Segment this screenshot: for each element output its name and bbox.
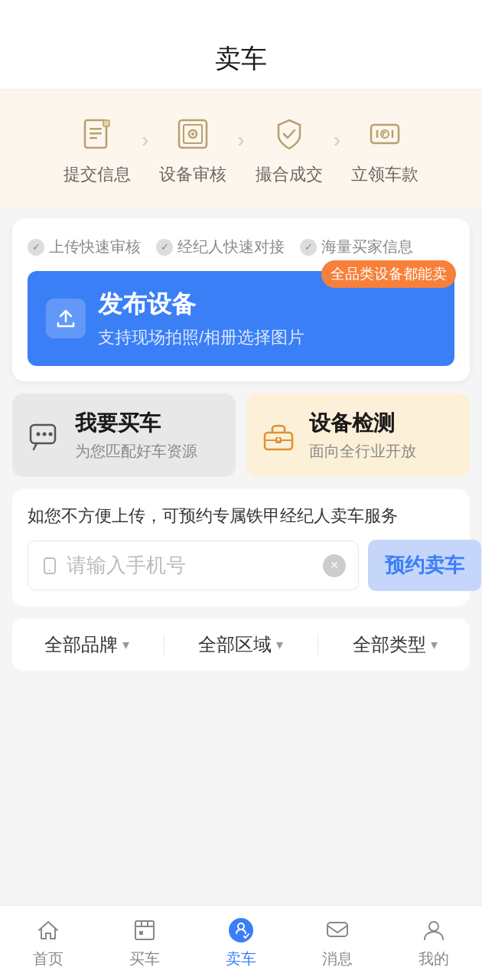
publish-subtitle: 支持现场拍照/相册选择图片 (98, 326, 305, 349)
nav-message[interactable]: 消息 (289, 906, 386, 980)
brand-filter-label: 全部品牌 (44, 632, 118, 657)
check-icon-1: ✓ (28, 239, 44, 256)
buy-icon (131, 916, 158, 944)
publish-badge: 全品类设备都能卖 (321, 260, 456, 288)
feature-tag-2: ✓ 经纪人快速对接 (156, 237, 285, 257)
buy-car-card[interactable]: 我要买车 为您匹配好车资源 (12, 394, 236, 477)
arrow-2: › (237, 128, 244, 171)
svg-rect-9 (371, 125, 399, 143)
publish-text: 发布设备 支持现场拍照/相册选择图片 (98, 288, 305, 349)
check-icon-3: ✓ (300, 239, 317, 256)
svg-rect-29 (327, 923, 347, 936)
detect-text: 设备检测 面向全行业开放 (309, 409, 416, 462)
home-icon (34, 916, 62, 944)
phone-input[interactable] (67, 554, 315, 577)
svg-rect-26 (139, 931, 143, 935)
document-icon (76, 113, 119, 155)
filter-row: 全部品牌 ▾ 全部区域 ▾ 全部类型 ▾ (12, 619, 470, 671)
step-3-label: 撮合成交 (256, 163, 323, 186)
main-card: ✓ 上传快速审核 ✓ 经纪人快速对接 ✓ 海量买家信息 全品类设备都能卖 发布设… (12, 218, 470, 381)
nav-home[interactable]: 首页 (0, 906, 96, 980)
phone-input-row: × 预约卖车 (28, 540, 454, 591)
svg-point-10 (381, 130, 389, 138)
buy-car-title: 我要买车 (75, 409, 197, 438)
nav-profile[interactable]: 我的 (386, 906, 482, 980)
action-row: 我要买车 为您匹配好车资源 设备检测 面向全行业开放 (12, 394, 470, 477)
svg-point-30 (429, 922, 438, 931)
empty-content-area (0, 671, 482, 905)
detect-title: 设备检测 (309, 409, 416, 438)
brand-chevron-icon: ▾ (122, 636, 129, 653)
filter-divider-2 (318, 634, 318, 655)
phone-hint: 如您不方便上传，可预约专属铁甲经纪人卖车服务 (28, 505, 454, 528)
nav-message-label: 消息 (322, 949, 353, 969)
step-2: 设备审核 (159, 113, 226, 186)
feature-tag-1: ✓ 上传快速审核 (28, 237, 141, 257)
svg-rect-4 (103, 120, 109, 126)
step-1: 提交信息 (64, 113, 131, 186)
steps-section: 提交信息 › 设备审核 › 撮合成交 › (0, 90, 482, 206)
detect-subtitle: 面向全行业开放 (309, 441, 416, 462)
upload-icon (46, 299, 86, 338)
step-4: 立领车款 (351, 113, 418, 186)
svg-rect-1 (90, 128, 102, 130)
nav-sell-label: 卖车 (226, 949, 256, 969)
arrow-3: › (334, 128, 340, 171)
bottom-navigation: 首页 买车 卖车 (0, 905, 482, 980)
type-filter[interactable]: 全部类型 ▾ (353, 632, 438, 657)
nav-profile-label: 我的 (418, 949, 449, 969)
step-1-label: 提交信息 (64, 163, 131, 186)
message-icon (324, 916, 351, 944)
reserve-button[interactable]: 预约卖车 (368, 540, 481, 591)
toolbox-icon (259, 416, 298, 456)
detect-card[interactable]: 设备检测 面向全行业开放 (246, 394, 470, 477)
buy-car-subtitle: 为您匹配好车资源 (75, 441, 197, 462)
deal-icon (268, 113, 311, 155)
svg-rect-2 (90, 132, 102, 135)
arrow-1: › (142, 128, 148, 171)
nav-buy-label: 买车 (129, 949, 160, 969)
clear-button[interactable]: × (323, 554, 346, 577)
publish-button[interactable]: 全品类设备都能卖 发布设备 支持现场拍照/相册选择图片 (28, 271, 454, 366)
svg-point-21 (49, 570, 50, 571)
step-4-label: 立领车款 (351, 163, 418, 186)
svg-point-8 (191, 132, 194, 136)
svg-point-28 (238, 923, 244, 929)
step-2-label: 设备审核 (159, 163, 226, 186)
status-bar (0, 0, 482, 34)
check-icon-2: ✓ (156, 239, 173, 256)
phone-icon (41, 557, 59, 575)
svg-rect-3 (90, 137, 97, 139)
page-header: 卖车 (0, 34, 482, 90)
money-icon (363, 113, 406, 155)
svg-point-14 (49, 432, 53, 436)
phone-section: 如您不方便上传，可预约专属铁甲经纪人卖车服务 × 预约卖车 (12, 489, 470, 606)
filter-divider-1 (164, 634, 164, 655)
feature-tags: ✓ 上传快速审核 ✓ 经纪人快速对接 ✓ 海量买家信息 (28, 237, 454, 257)
feature-tag-3: ✓ 海量买家信息 (300, 237, 413, 257)
svg-rect-22 (135, 921, 154, 939)
nav-home-label: 首页 (33, 949, 64, 969)
phone-input-wrap: × (28, 541, 359, 590)
page-title: 卖车 (215, 44, 267, 73)
sell-icon (227, 916, 255, 944)
svg-point-12 (37, 432, 41, 436)
profile-icon (420, 916, 448, 944)
type-chevron-icon: ▾ (431, 636, 438, 653)
svg-point-13 (43, 432, 47, 436)
step-3: 撮合成交 (256, 113, 323, 186)
region-chevron-icon: ▾ (276, 636, 283, 653)
brand-filter[interactable]: 全部品牌 ▾ (44, 632, 129, 657)
inspect-icon (171, 113, 214, 155)
region-filter-label: 全部区域 (198, 632, 272, 657)
type-filter-label: 全部类型 (353, 632, 426, 657)
nav-sell[interactable]: 卖车 (193, 906, 289, 980)
nav-buy[interactable]: 买车 (96, 906, 193, 980)
buy-car-text: 我要买车 为您匹配好车资源 (75, 409, 197, 462)
chat-icon (24, 416, 64, 456)
region-filter[interactable]: 全部区域 ▾ (198, 632, 283, 657)
publish-title: 发布设备 (98, 288, 305, 322)
